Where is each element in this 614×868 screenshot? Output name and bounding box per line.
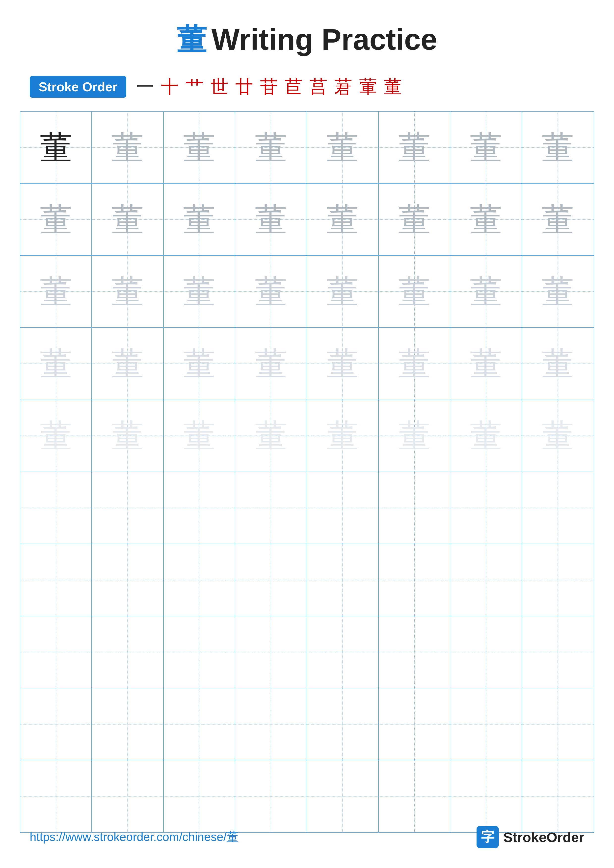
grid-cell[interactable]: 董 [235, 112, 307, 183]
grid-cell[interactable]: 董 [307, 400, 379, 471]
stroke-5: 廿 [235, 75, 253, 99]
grid-cell[interactable] [522, 544, 594, 615]
title-char: 董 [177, 23, 207, 56]
grid-cell[interactable] [379, 472, 450, 544]
grid-cell[interactable] [522, 688, 594, 760]
grid-cell[interactable] [92, 760, 163, 832]
grid-cell[interactable] [164, 472, 235, 544]
grid-row: 董 董 董 董 董 董 董 董 [20, 184, 594, 256]
grid-cell[interactable] [92, 472, 163, 544]
stroke-4: 世 [210, 75, 229, 99]
grid-cell[interactable]: 董 [20, 400, 92, 471]
grid-cell[interactable]: 董 [20, 112, 92, 183]
grid-cell[interactable]: 董 [379, 256, 450, 327]
grid-cell[interactable]: 董 [20, 328, 92, 399]
grid-row: 董 董 董 董 董 董 董 董 [20, 112, 594, 184]
grid-cell[interactable] [20, 616, 92, 688]
practice-char: 董 [112, 132, 144, 164]
grid-cell[interactable]: 董 [164, 184, 235, 255]
grid-cell[interactable] [379, 760, 450, 832]
grid-cell[interactable] [20, 544, 92, 615]
grid-cell[interactable] [522, 616, 594, 688]
practice-char: 董 [255, 203, 287, 236]
grid-cell[interactable]: 董 [235, 184, 307, 255]
grid-cell[interactable]: 董 [522, 256, 594, 327]
practice-char: 董 [40, 203, 72, 236]
grid-cell[interactable] [522, 760, 594, 832]
grid-cell[interactable]: 董 [92, 184, 163, 255]
grid-cell[interactable]: 董 [164, 112, 235, 183]
grid-cell[interactable]: 董 [450, 112, 522, 183]
grid-cell[interactable] [92, 616, 163, 688]
grid-cell[interactable] [522, 472, 594, 544]
grid-cell[interactable]: 董 [379, 112, 450, 183]
grid-cell[interactable] [450, 544, 522, 615]
grid-cell[interactable]: 董 [522, 328, 594, 399]
grid-cell[interactable]: 董 [164, 400, 235, 471]
grid-cell[interactable]: 董 [379, 400, 450, 471]
grid-cell[interactable] [92, 688, 163, 760]
practice-char: 董 [326, 132, 359, 164]
grid-cell[interactable] [379, 688, 450, 760]
grid-cell[interactable] [92, 544, 163, 615]
grid-cell[interactable] [307, 688, 379, 760]
grid-cell[interactable]: 董 [235, 328, 307, 399]
grid-cell[interactable]: 董 [450, 328, 522, 399]
grid-cell[interactable] [235, 760, 307, 832]
practice-char: 董 [40, 348, 72, 380]
grid-cell[interactable] [307, 472, 379, 544]
grid-cell[interactable]: 董 [307, 184, 379, 255]
practice-char: 董 [326, 275, 359, 308]
grid-cell[interactable] [20, 688, 92, 760]
grid-row [20, 688, 594, 760]
grid-cell[interactable]: 董 [164, 328, 235, 399]
grid-cell[interactable] [450, 760, 522, 832]
grid-cell[interactable]: 董 [522, 400, 594, 471]
stroke-2: 十 [161, 75, 179, 99]
grid-cell[interactable]: 董 [450, 184, 522, 255]
grid-cell[interactable] [307, 544, 379, 615]
grid-row [20, 472, 594, 544]
grid-cell[interactable]: 董 [379, 184, 450, 255]
grid-cell[interactable]: 董 [92, 112, 163, 183]
grid-cell[interactable]: 董 [92, 256, 163, 327]
grid-cell[interactable]: 董 [92, 400, 163, 471]
grid-cell[interactable] [164, 688, 235, 760]
practice-char: 董 [398, 275, 431, 308]
grid-cell[interactable] [20, 472, 92, 544]
grid-cell[interactable]: 董 [235, 400, 307, 471]
grid-cell[interactable]: 董 [235, 256, 307, 327]
practice-char: 董 [183, 420, 215, 452]
grid-cell[interactable]: 董 [92, 328, 163, 399]
grid-cell[interactable] [450, 616, 522, 688]
grid-cell[interactable] [450, 688, 522, 760]
grid-cell[interactable] [379, 616, 450, 688]
grid-cell[interactable]: 董 [450, 400, 522, 471]
grid-cell[interactable] [235, 688, 307, 760]
grid-cell[interactable]: 董 [164, 256, 235, 327]
grid-cell[interactable] [20, 760, 92, 832]
grid-cell[interactable] [164, 616, 235, 688]
grid-cell[interactable] [235, 472, 307, 544]
grid-cell[interactable]: 董 [307, 328, 379, 399]
grid-cell[interactable] [307, 616, 379, 688]
grid-cell[interactable]: 董 [307, 256, 379, 327]
grid-cell[interactable] [164, 544, 235, 615]
grid-cell[interactable] [379, 544, 450, 615]
grid-cell[interactable] [450, 472, 522, 544]
grid-cell[interactable]: 董 [20, 256, 92, 327]
grid-cell[interactable]: 董 [450, 256, 522, 327]
grid-cell[interactable] [164, 760, 235, 832]
practice-char: 董 [255, 420, 287, 452]
practice-char: 董 [470, 203, 502, 236]
grid-cell[interactable]: 董 [522, 184, 594, 255]
grid-cell[interactable] [235, 544, 307, 615]
grid-cell[interactable]: 董 [379, 328, 450, 399]
grid-cell[interactable] [235, 616, 307, 688]
grid-cell[interactable]: 董 [522, 112, 594, 183]
grid-cell[interactable]: 董 [307, 112, 379, 183]
grid-row: 董 董 董 董 董 董 董 董 [20, 328, 594, 400]
grid-cell[interactable]: 董 [20, 184, 92, 255]
grid-cell[interactable] [307, 760, 379, 832]
practice-char: 董 [326, 420, 359, 452]
